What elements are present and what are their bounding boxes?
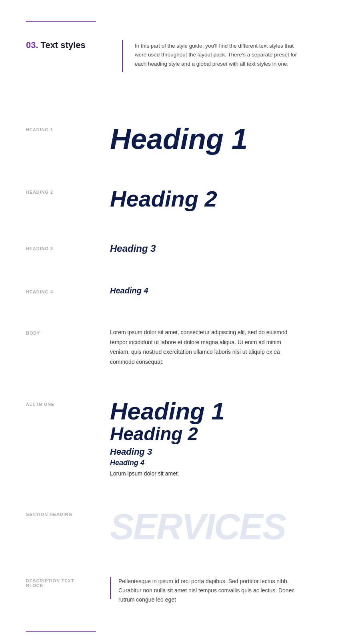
all-in-one-row: ALL IN ONE Heading 1 Heading 2 Heading 3…	[26, 383, 326, 493]
section-header: 03. Text styles In this part of the styl…	[26, 40, 326, 72]
section-description: In this part of the style guide, you'll …	[135, 40, 303, 68]
heading1-row: HEADING 1 Heading 1	[26, 108, 326, 171]
section-heading-label: SECTION HEADING	[26, 509, 110, 517]
heading3-row: HEADING 3 Heading 3	[26, 227, 326, 270]
heading2-row: HEADING 2 Heading 2	[26, 171, 326, 227]
top-decorative-line	[26, 21, 96, 22]
desc-block: Pellentesque in ipsum id orci porta dapi…	[110, 577, 326, 604]
body-label: BODY	[26, 327, 110, 335]
all-in-one-h1: Heading 1	[110, 399, 326, 424]
all-in-one-h2: Heading 2	[110, 424, 326, 444]
all-in-one-body: Lorum ipsum dolor sit amet.	[110, 470, 326, 477]
heading4-label: HEADING 4	[26, 286, 110, 294]
desc-text: Pellentesque in ipsum id orci porta dapi…	[118, 577, 302, 604]
section-heading-text: SERVICES	[110, 507, 286, 547]
description-text-row: DESCRIPTION TEXT BLOCK Pellentesque in i…	[26, 561, 326, 620]
description-text-label: DESCRIPTION TEXT BLOCK	[26, 577, 110, 588]
all-in-one-content: Heading 1 Heading 2 Heading 3 Heading 4 …	[110, 399, 326, 477]
all-in-one-label: ALL IN ONE	[26, 399, 110, 407]
section-number: 03.	[26, 40, 38, 50]
heading2-content: Heading 2	[110, 187, 326, 211]
body-row: BODY Lorem ipsum dolor sit amet, consect…	[26, 311, 326, 383]
bottom-decorative-line	[26, 631, 96, 632]
heading4-text: Heading 4	[110, 286, 148, 295]
heading2-text: Heading 2	[110, 186, 217, 211]
description-text-content: Pellentesque in ipsum id orci porta dapi…	[110, 577, 326, 604]
heading3-content: Heading 3	[110, 243, 326, 254]
section-title: Text styles	[41, 40, 86, 50]
section-heading-content: SERVICES	[110, 509, 326, 545]
heading3-label: HEADING 3	[26, 243, 110, 251]
desc-left-bar	[110, 577, 111, 599]
heading2-label: HEADING 2	[26, 187, 110, 195]
heading3-text: Heading 3	[110, 243, 156, 254]
body-content: Lorem ipsum dolor sit amet, consectetur …	[110, 327, 326, 367]
heading1-content: Heading 1	[110, 124, 326, 154]
heading4-row: HEADING 4 Heading 4	[26, 270, 326, 311]
heading4-content: Heading 4	[110, 286, 326, 295]
heading1-label: HEADING 1	[26, 124, 110, 132]
all-in-one-h3: Heading 3	[110, 447, 326, 457]
heading1-text: Heading 1	[110, 123, 248, 155]
section-number-title: 03. Text styles	[26, 40, 110, 50]
all-in-one-h4: Heading 4	[110, 459, 326, 467]
section-divider	[122, 40, 123, 72]
section-heading-row: SECTION HEADING SERVICES	[26, 493, 326, 561]
body-text: Lorem ipsum dolor sit amet, consectetur …	[110, 327, 302, 367]
